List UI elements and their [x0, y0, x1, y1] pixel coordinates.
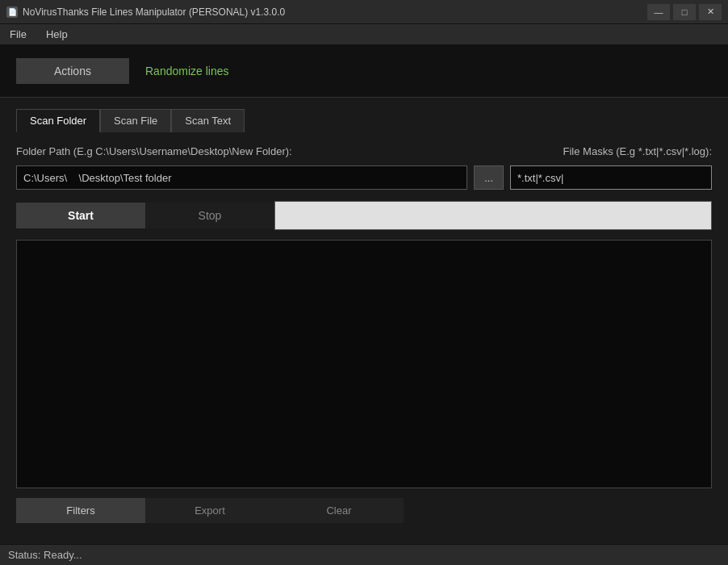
- filters-button[interactable]: Filters: [16, 498, 145, 523]
- browse-button[interactable]: ...: [474, 165, 504, 190]
- minimize-button[interactable]: —: [647, 4, 670, 20]
- title-bar: 📄 NoVirusThanks File Lines Manipulator (…: [0, 0, 728, 24]
- folder-path-label: Folder Path (E.g C:\Users\Username\Deskt…: [16, 145, 292, 157]
- export-button[interactable]: Export: [145, 498, 274, 523]
- progress-bar: [274, 201, 712, 230]
- status-bar: Status: Ready...: [0, 544, 728, 565]
- form-section: Folder Path (E.g C:\Users\Username\Deskt…: [16, 145, 712, 190]
- output-area[interactable]: [16, 240, 712, 488]
- file-masks-input[interactable]: [510, 165, 712, 190]
- folder-path-input[interactable]: [16, 165, 467, 190]
- tab-scan-text[interactable]: Scan Text: [171, 109, 245, 132]
- tab-bar: Scan Folder Scan File Scan Text: [16, 109, 712, 132]
- title-bar-left: 📄 NoVirusThanks File Lines Manipulator (…: [6, 6, 285, 18]
- menu-help[interactable]: Help: [41, 27, 73, 42]
- maximize-button[interactable]: □: [673, 4, 696, 20]
- file-masks-label: File Masks (E.g *.txt|*.csv|*.log):: [563, 145, 712, 157]
- status-text: Status: Ready...: [8, 549, 82, 561]
- actions-button[interactable]: Actions: [16, 58, 129, 84]
- buttons-row: Start Stop: [16, 201, 712, 230]
- form-row-inputs: ...: [16, 165, 712, 190]
- start-button[interactable]: Start: [16, 203, 145, 228]
- close-button[interactable]: ✕: [699, 4, 722, 20]
- tab-scan-folder[interactable]: Scan Folder: [16, 109, 100, 132]
- actions-bar: Actions Randomize lines: [0, 45, 728, 98]
- tab-scan-file[interactable]: Scan File: [100, 109, 171, 132]
- menu-file[interactable]: File: [5, 27, 31, 42]
- app-icon: 📄: [6, 6, 18, 18]
- app-title: NoVirusThanks File Lines Manipulator (PE…: [23, 6, 285, 18]
- form-row-labels: Folder Path (E.g C:\Users\Username\Deskt…: [16, 145, 712, 157]
- main-content: Scan Folder Scan File Scan Text Folder P…: [0, 98, 728, 544]
- bottom-buttons: Filters Export Clear: [16, 498, 712, 523]
- clear-button[interactable]: Clear: [274, 498, 404, 523]
- menu-bar: File Help: [0, 24, 728, 45]
- randomize-link[interactable]: Randomize lines: [145, 65, 229, 77]
- title-bar-controls: — □ ✕: [647, 4, 722, 20]
- stop-button[interactable]: Stop: [145, 203, 274, 228]
